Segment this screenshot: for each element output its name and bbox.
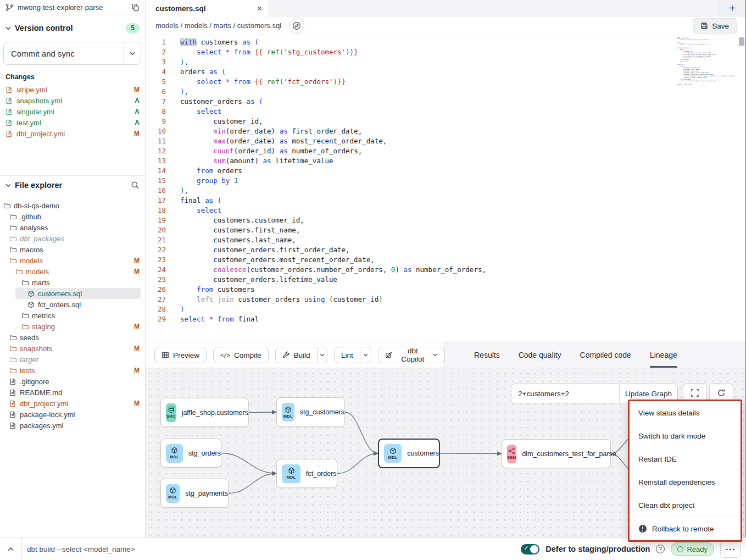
tab-lineage[interactable]: Lineage (650, 342, 677, 368)
tree-item-target[interactable]: target (0, 354, 145, 365)
code-line[interactable]: 22 customer_orders.first_order_date, (146, 245, 746, 255)
minimap[interactable]: with customers as ( select * from {{ ref… (677, 37, 738, 85)
code-line[interactable]: 7customer_orders as ( (146, 97, 746, 107)
help-icon[interactable]: ? (656, 545, 665, 553)
code-line[interactable]: 29select * from final (146, 314, 746, 324)
code-line[interactable]: 20 customers.first_name, (146, 225, 746, 235)
lineage-node-dim_customers_test_for_parse[interactable]: SEMdim_customers_test_for_parse (502, 439, 611, 468)
code-line[interactable]: 2 select * from {{ ref('stg_customers')}… (146, 47, 746, 57)
tree-item-snapshots[interactable]: snapshotsM (0, 343, 145, 354)
tab-compiled-code[interactable]: Compiled code (580, 342, 631, 368)
menu-item-switch-to-dark-mode[interactable]: Switch to dark mode (630, 424, 741, 447)
lint-options-button[interactable] (360, 347, 371, 363)
editor-scrollbar[interactable] (738, 35, 745, 342)
commit-options-button[interactable] (124, 42, 141, 64)
menu-item-rollback-to-remote[interactable]: Rollback to remote (630, 517, 741, 540)
file-explorer-header[interactable]: File explorer (0, 178, 145, 192)
code-line[interactable]: 13 sum(amount) as lifetime_value (146, 156, 746, 166)
build-button[interactable]: Build (276, 347, 317, 363)
lineage-node-fct_orders[interactable]: MDLfct_orders (276, 459, 337, 488)
tree-item-.github[interactable]: .github (0, 211, 145, 222)
code-line[interactable]: 27 left join customer_orders using (cust… (146, 295, 746, 304)
lineage-search-input[interactable] (511, 384, 619, 403)
scrollbar-thumb[interactable] (739, 37, 744, 46)
code-line[interactable]: 28) (146, 304, 746, 314)
tree-item-dbt_project.yml[interactable]: dbt_project.ymlM (0, 398, 145, 409)
tree-item-db-sl-qs-demo[interactable]: db-sl-qs-demo (0, 200, 145, 211)
lint-button[interactable]: Lint (335, 347, 360, 363)
copy-branch-button[interactable] (131, 3, 140, 12)
change-row-singular.yml[interactable]: singular.ymlA (0, 106, 145, 117)
tree-item-packages.yml[interactable]: packages.yml (0, 420, 145, 431)
lineage-node-jaffle_shop.customers[interactable]: SRCjaffle_shop.customers (160, 398, 249, 427)
tree-item-dbt_packages[interactable]: dbt_packages (0, 233, 145, 244)
lineage-node-stg_payments[interactable]: MDLstg_payments (160, 479, 229, 508)
code-line[interactable]: 21 customers.last_name, (146, 235, 746, 245)
tree-item-models[interactable]: modelsM (0, 255, 145, 266)
tab-customers-sql[interactable]: customers.sql × (146, 0, 269, 17)
code-line[interactable]: 23 customer_orders.most_recent_order_dat… (146, 255, 746, 265)
change-row-dbt_project.yml[interactable]: dbt_project.ymlM (0, 128, 145, 139)
tree-item-analyses[interactable]: analyses (0, 222, 145, 233)
code-line[interactable]: 5 select * from {{ ref('fct_orders')}} (146, 77, 746, 87)
build-options-button[interactable] (317, 347, 327, 363)
code-line[interactable]: 26 from customers (146, 285, 746, 295)
tab-code-quality[interactable]: Code quality (519, 342, 561, 368)
code-line[interactable]: 11 max(order_date) as most_recent_order_… (146, 136, 746, 146)
menu-item-clean-dbt-project[interactable]: Clean dbt project (630, 494, 741, 517)
code-line[interactable]: 14 from orders (146, 166, 746, 176)
lineage-node-customers[interactable]: MDLcustomers (378, 439, 440, 468)
command-input[interactable]: dbt build --select <model_name> (27, 545, 135, 553)
change-row-snapshots.yml[interactable]: snapshots.ymlA (0, 95, 145, 106)
code-line[interactable]: 8 select (146, 107, 746, 117)
code-line[interactable]: 25 customer_orders.lifetime_value (146, 275, 746, 285)
menu-item-restart-ide[interactable]: Restart IDE (630, 447, 741, 470)
save-button[interactable]: Save (693, 18, 737, 34)
tree-item-fct_orders.sql[interactable]: fct_orders.sql (0, 299, 145, 310)
code-line[interactable]: 4orders as ( (146, 67, 746, 77)
tree-item-seeds[interactable]: seeds (0, 332, 145, 343)
tree-item-metrics[interactable]: metrics (0, 310, 145, 321)
code-line[interactable]: 6), (146, 87, 746, 97)
change-row-stripe.yml[interactable]: stripe.ymlM (0, 84, 145, 95)
lineage-node-stg_orders[interactable]: MDLstg_orders (160, 439, 221, 468)
code-line[interactable]: 9 customer_id, (146, 117, 746, 126)
version-control-header[interactable]: Version control 5 (0, 21, 145, 35)
tree-item-marts[interactable]: marts (0, 277, 145, 288)
code-line[interactable]: 18 select (146, 206, 746, 215)
tree-item-tests[interactable]: testsM (0, 365, 145, 376)
code-line[interactable]: 1with customers as ( (146, 37, 746, 47)
code-line[interactable]: 17final as ( (146, 196, 746, 206)
tree-item-staging[interactable]: stagingM (0, 321, 145, 332)
lineage-node-stg_customers[interactable]: MDLstg_customers (276, 397, 345, 427)
tree-item-.gitignore[interactable]: .gitignore (0, 376, 145, 387)
code-line[interactable]: 15 group by 1 (146, 176, 746, 186)
code-line[interactable]: 12 count(order_id) as number_of_orders, (146, 146, 746, 156)
status-badge[interactable]: Ready (671, 542, 714, 556)
code-line[interactable]: 10 min(order_date) as first_order_date, (146, 126, 746, 136)
commit-and-sync-button[interactable]: Commit and sync (4, 42, 124, 64)
compile-button[interactable]: </> Compile (213, 347, 269, 363)
file-search-button[interactable] (131, 181, 140, 190)
preview-button[interactable]: Preview (154, 347, 207, 363)
tree-item-macros[interactable]: macros (0, 244, 145, 255)
code-line[interactable]: 19 customers.customer_id, (146, 215, 746, 225)
tree-item-models[interactable]: modelsM (0, 266, 145, 277)
code-line[interactable]: 16), (146, 186, 746, 196)
code-area[interactable]: 1with customers as (2 select * from {{ r… (146, 35, 746, 324)
code-line[interactable]: 3), (146, 57, 746, 67)
close-tab-icon[interactable]: × (257, 4, 262, 13)
menu-item-reinstall-dependencies[interactable]: Reinstall dependencies (630, 470, 741, 494)
tab-results[interactable]: Results (474, 342, 500, 368)
open-in-explorer-button[interactable] (289, 18, 304, 34)
menu-item-view-status-details[interactable]: View status details (630, 401, 741, 424)
defer-toggle[interactable]: ✓ (521, 544, 539, 555)
dbt-copilot-button[interactable]: dbt Copilot (378, 347, 444, 363)
code-editor[interactable]: 1with customers as (2 select * from {{ r… (146, 35, 746, 342)
change-row-test.yml[interactable]: test.ymlA (0, 117, 145, 128)
collapse-panel-button[interactable] (0, 538, 22, 560)
more-options-button[interactable]: ··· (720, 540, 741, 558)
tree-item-customers.sql[interactable]: customers.sql (15, 288, 141, 299)
tree-item-package-lock.yml[interactable]: package-lock.yml (0, 409, 145, 420)
tree-item-README.md[interactable]: README.md (0, 387, 145, 398)
